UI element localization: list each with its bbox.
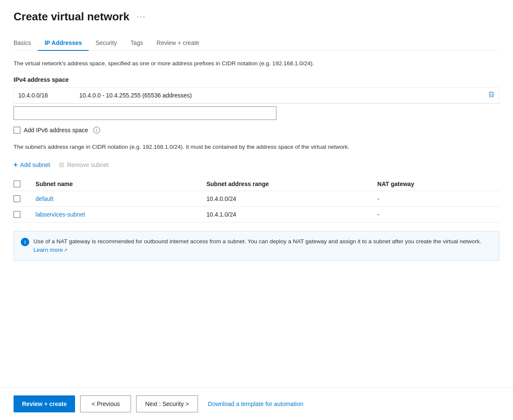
- ipv6-checkbox-label: Add IPv6 address space: [24, 127, 88, 134]
- subnet-col-checkbox-header: [14, 177, 36, 191]
- subnet-row1-link[interactable]: default: [36, 195, 53, 202]
- remove-subnet-button[interactable]: Remove subnet: [59, 160, 109, 170]
- subnet-row2-nat-cell: -: [377, 206, 499, 222]
- delete-ipv4-icon[interactable]: [488, 91, 495, 100]
- page-title: Create virtual network: [14, 10, 129, 23]
- subnet-row2-range-cell: 10.4.1.0/24: [206, 206, 377, 222]
- subnet-col-name-header: Subnet name: [36, 177, 206, 191]
- subnet-row1-checkbox[interactable]: [14, 195, 20, 202]
- subnet-row1-nat-cell: -: [377, 191, 499, 206]
- subnet-actions-row: + Add subnet Remove subnet: [14, 159, 499, 170]
- select-all-checkbox[interactable]: [14, 181, 20, 187]
- subnet-row1-checkbox-cell: [14, 191, 36, 206]
- add-subnet-label: Add subnet: [20, 161, 50, 168]
- review-create-button[interactable]: Review + create: [14, 395, 75, 412]
- tab-review-create[interactable]: Review + create: [150, 35, 206, 50]
- tab-basics[interactable]: Basics: [14, 35, 38, 50]
- page-footer: Review + create < Previous Next : Securi…: [0, 387, 513, 420]
- ipv4-section-label: IPv4 address space: [14, 76, 499, 83]
- table-row: default 10.4.0.0/24 -: [14, 191, 499, 206]
- tab-nav: Basics IP Addresses Security Tags Review…: [14, 35, 499, 51]
- subnet-row1-range-cell: 10.4.0.0/24: [206, 191, 377, 206]
- tab-tags[interactable]: Tags: [124, 35, 150, 50]
- download-template-link[interactable]: Download a template for automation: [203, 397, 309, 411]
- ipv4-cidr: 10.4.0.0/16: [18, 92, 69, 99]
- subnet-table: Subnet name Subnet address range NAT gat…: [14, 177, 499, 223]
- subnet-row2-checkbox[interactable]: [14, 211, 20, 218]
- nat-info-text: Use of a NAT gateway is recommended for …: [33, 237, 492, 255]
- previous-button[interactable]: < Previous: [80, 395, 131, 412]
- subnet-description: The subnet's address range in CIDR notat…: [14, 143, 499, 151]
- trash-icon: [59, 162, 64, 168]
- ipv4-range-detail: 10.4.0.0 - 10.4.255.255 (65536 addresses…: [79, 92, 478, 99]
- ipv6-checkbox[interactable]: [14, 127, 20, 134]
- subnet-row2-name-cell: labservices-subnet: [36, 206, 206, 222]
- remove-subnet-label: Remove subnet: [67, 161, 109, 168]
- external-link-icon: ↗: [64, 247, 67, 254]
- subnet-col-nat-header: NAT gateway: [377, 177, 499, 191]
- plus-icon: +: [14, 161, 17, 169]
- tab-security[interactable]: Security: [89, 35, 124, 50]
- info-circle-icon: i: [21, 238, 29, 246]
- subnet-row2-checkbox-cell: [14, 206, 36, 222]
- next-security-button[interactable]: Next : Security >: [136, 395, 198, 412]
- subnet-row2-link[interactable]: labservices-subnet: [36, 211, 85, 218]
- tab-ip-addresses[interactable]: IP Addresses: [38, 35, 89, 50]
- ipv6-info-icon[interactable]: i: [93, 127, 100, 134]
- address-space-input[interactable]: [14, 106, 276, 120]
- ipv4-address-row: 10.4.0.0/16 10.4.0.0 - 10.4.255.255 (655…: [14, 88, 499, 103]
- nat-info-banner: i Use of a NAT gateway is recommended fo…: [14, 231, 499, 261]
- learn-more-link[interactable]: Learn more↗: [33, 247, 67, 253]
- table-row: labservices-subnet 10.4.1.0/24 -: [14, 206, 499, 222]
- subnet-col-range-header: Subnet address range: [206, 177, 377, 191]
- subnet-row1-name-cell: default: [36, 191, 206, 206]
- ipv6-checkbox-row: Add IPv6 address space i: [14, 127, 499, 134]
- ellipsis-menu-button[interactable]: ···: [134, 11, 148, 23]
- address-space-description: The virtual network's address space, spe…: [14, 59, 499, 68]
- add-subnet-button[interactable]: + Add subnet: [14, 159, 50, 170]
